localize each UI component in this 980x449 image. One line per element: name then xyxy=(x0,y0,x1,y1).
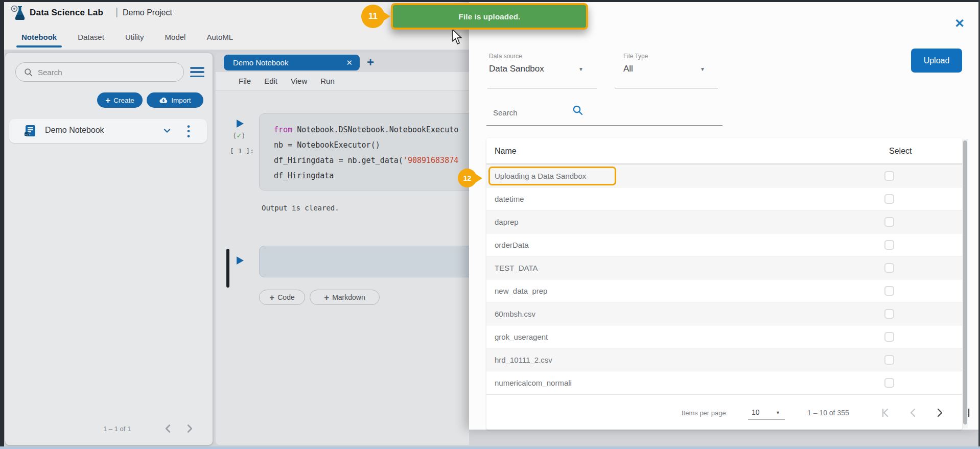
scrollbar-thumb[interactable] xyxy=(963,140,967,424)
menu-run[interactable]: Run xyxy=(320,77,335,85)
code-line: df_Hiringdata = nb.get_data('90891683874 xyxy=(274,153,469,168)
dropdown-arrow-icon: ▼ xyxy=(578,66,584,72)
table-row[interactable]: daprep xyxy=(486,210,962,233)
previous-page-icon[interactable] xyxy=(161,422,175,435)
upload-button[interactable]: Upload xyxy=(911,49,962,73)
code-line: nb = NotebookExecutor() xyxy=(274,137,469,153)
tab-model[interactable]: Model xyxy=(163,26,188,49)
row-select-checkbox[interactable] xyxy=(884,332,894,342)
table-row[interactable]: TEST_DATA xyxy=(486,256,962,279)
tab-utility[interactable]: Utility xyxy=(123,26,146,49)
table-row[interactable]: datetime xyxy=(486,187,962,210)
menu-view[interactable]: View xyxy=(291,77,307,85)
create-button[interactable]: + Create xyxy=(97,92,143,108)
table-row[interactable]: grok_useragent xyxy=(486,325,962,348)
code-line: from Notebook.DSNotebook.NotebookExecuto xyxy=(274,122,469,137)
sidebar-item-label: Demo Notebook xyxy=(45,126,104,135)
data-sandbox-modal: ✕ Upload Data source Data Sandbox ▼ File… xyxy=(469,0,980,430)
table-pagination-bar: Items per page: 10 ▼ 1 – 10 of 355 xyxy=(486,394,962,430)
table-row[interactable]: 60mbsh.csv xyxy=(486,302,962,325)
column-header-select: Select xyxy=(889,147,912,156)
table-row[interactable]: Uploading a Data Sandbox xyxy=(486,164,962,187)
svg-text:</>: </> xyxy=(26,133,31,136)
sidebar-search-input[interactable]: Search xyxy=(15,62,184,82)
cloud-download-icon xyxy=(159,97,168,104)
code-cell[interactable]: from Notebook.DSNotebook.NotebookExecuto… xyxy=(259,113,469,191)
sidebar-pagination-range: 1 – 1 of 1 xyxy=(103,425,131,433)
notebook-icon: </> xyxy=(24,124,37,137)
row-select-checkbox[interactable] xyxy=(884,309,894,319)
row-select-checkbox[interactable] xyxy=(884,286,894,296)
row-name: TEST_DATA xyxy=(495,264,538,272)
table-header: Name Select xyxy=(486,138,962,164)
next-page-icon[interactable] xyxy=(183,422,196,435)
tab-notebook[interactable]: Notebook xyxy=(19,26,59,49)
scrollbar-track[interactable] xyxy=(963,139,968,428)
plus-icon: + xyxy=(105,96,110,105)
row-select-checkbox[interactable] xyxy=(884,171,894,181)
mouse-cursor xyxy=(452,30,463,45)
sidebar-pagination: 1 – 1 of 1 xyxy=(5,422,213,437)
empty-code-cell[interactable] xyxy=(259,246,469,277)
menu-file[interactable]: File xyxy=(239,77,251,85)
table-row[interactable]: hrd_10111_2.csv xyxy=(486,348,962,371)
table-row[interactable]: numericalcom_normali xyxy=(486,371,962,394)
app-window: Data Science Lab | Demo Project Notebook… xyxy=(0,0,980,449)
notebook-panel: Demo Notebook ✕ + FileEditViewRun ⟨✓⟩ [ … xyxy=(216,53,469,445)
dropdown-arrow-icon[interactable]: ▼ xyxy=(776,410,780,415)
row-select-checkbox[interactable] xyxy=(884,355,894,365)
toast-message: File is uploaded. xyxy=(459,12,521,21)
sidebar-item-demo-notebook[interactable]: </> Demo Notebook ••• xyxy=(9,119,207,143)
file-type-value: All xyxy=(623,64,633,74)
row-select-checkbox[interactable] xyxy=(884,378,894,388)
first-page-icon[interactable] xyxy=(879,406,892,419)
row-select-checkbox[interactable] xyxy=(884,263,894,273)
tab-automl[interactable]: AutoML xyxy=(204,26,235,49)
previous-page-icon[interactable] xyxy=(906,406,920,419)
close-tab-icon[interactable]: ✕ xyxy=(346,58,353,67)
app-logo-flask-icon xyxy=(10,5,28,21)
add-markdown-cell-button[interactable]: + Markdown xyxy=(310,290,380,305)
modal-search-input[interactable]: Search xyxy=(493,108,518,117)
cell-executed-icon: ⟨✓⟩ xyxy=(232,131,245,139)
annotation-badge-11: 11 xyxy=(361,5,385,28)
notebook-tab-demo-notebook[interactable]: Demo Notebook ✕ xyxy=(224,55,360,70)
title-separator: | xyxy=(115,6,118,18)
table-row[interactable]: new_data_prep xyxy=(486,279,962,302)
row-name: grok_useragent xyxy=(495,333,548,341)
table-row[interactable]: orderData xyxy=(486,233,962,256)
dataset-table: Name Select Uploading a Data Sandboxdate… xyxy=(486,138,962,394)
notebook-tab-title: Demo Notebook xyxy=(233,58,346,67)
window-frame-bottom xyxy=(0,446,980,449)
new-tab-icon[interactable]: + xyxy=(367,55,374,69)
add-code-cell-button[interactable]: + Code xyxy=(259,290,305,305)
import-button[interactable]: Import xyxy=(147,92,203,108)
sidebar-search-placeholder: Search xyxy=(38,68,62,77)
plus-icon: + xyxy=(269,293,274,302)
search-icon[interactable] xyxy=(572,105,584,116)
menu-edit[interactable]: Edit xyxy=(264,77,277,85)
row-name: daprep xyxy=(495,218,519,226)
run-cell-button[interactable] xyxy=(237,256,244,265)
run-cell-button[interactable] xyxy=(237,120,244,128)
kebab-menu-icon[interactable]: ••• xyxy=(187,124,191,137)
row-name: hrd_10111_2.csv xyxy=(495,356,552,364)
items-per-page-label: Items per page: xyxy=(682,409,728,417)
tab-dataset[interactable]: Dataset xyxy=(76,26,106,49)
row-select-checkbox[interactable] xyxy=(884,240,894,250)
sidebar-menu-icon[interactable] xyxy=(190,66,204,78)
row-name: datetime xyxy=(495,195,524,203)
row-name: orderData xyxy=(495,241,529,249)
items-per-page-value[interactable]: 10 xyxy=(752,408,760,416)
next-page-icon[interactable] xyxy=(933,406,946,419)
toast-notification: File is uploaded. xyxy=(391,3,588,30)
annotation-badge-12: 12 xyxy=(458,169,477,187)
row-select-checkbox[interactable] xyxy=(884,217,894,227)
dropdown-arrow-icon: ▼ xyxy=(700,66,705,72)
row-select-checkbox[interactable] xyxy=(884,194,894,204)
close-icon[interactable]: ✕ xyxy=(952,16,967,31)
data-source-label: Data source xyxy=(489,53,522,60)
chevron-down-icon[interactable] xyxy=(162,126,172,135)
window-frame-left xyxy=(0,0,4,449)
cell-selection-bar xyxy=(226,249,229,288)
